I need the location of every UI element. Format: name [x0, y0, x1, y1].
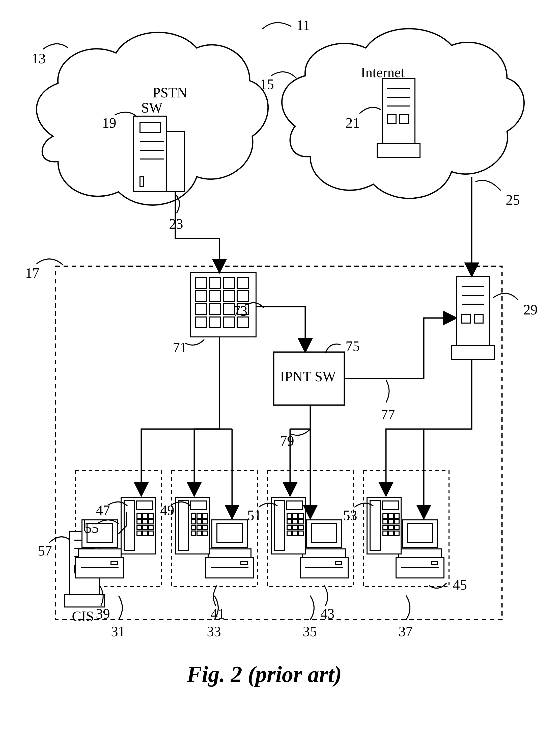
ref-77: 77 [381, 406, 395, 422]
svg-rect-75 [137, 520, 142, 524]
svg-rect-104 [299, 514, 303, 518]
svg-rect-29 [223, 317, 235, 328]
svg-rect-73 [143, 514, 147, 518]
svg-rect-128 [395, 531, 399, 536]
svg-rect-103 [293, 514, 297, 518]
svg-rect-23 [195, 304, 207, 315]
svg-rect-88 [197, 514, 202, 518]
svg-rect-68 [431, 561, 438, 564]
svg-rect-6 [140, 177, 144, 187]
svg-rect-24 [209, 304, 221, 315]
cis-label: CIS [72, 608, 94, 624]
svg-rect-52 [217, 524, 242, 543]
pc-41 [206, 520, 253, 578]
svg-rect-47 [78, 549, 121, 558]
svg-rect-125 [395, 525, 399, 530]
svg-rect-36 [462, 314, 470, 323]
ref-73: 73 [233, 303, 247, 319]
svg-rect-87 [191, 514, 196, 518]
svg-rect-72 [137, 514, 142, 518]
svg-rect-97 [197, 531, 202, 536]
ref-55: 55 [84, 520, 99, 536]
svg-rect-21 [223, 291, 235, 301]
svg-rect-109 [293, 525, 297, 530]
svg-rect-27 [195, 317, 207, 328]
ref-41: 41 [211, 606, 225, 622]
ref-35: 35 [303, 623, 317, 639]
ref-17: 17 [25, 265, 39, 281]
ref-75: 75 [345, 338, 360, 354]
ref-33: 33 [207, 623, 221, 639]
svg-rect-101 [286, 501, 303, 510]
ref-15: 15 [260, 76, 274, 92]
svg-rect-105 [287, 520, 292, 524]
svg-rect-113 [299, 531, 303, 536]
svg-rect-53 [208, 549, 251, 558]
ref-13: 13 [31, 51, 46, 67]
svg-rect-117 [383, 514, 388, 518]
svg-rect-120 [383, 520, 388, 524]
svg-rect-64 [407, 524, 432, 543]
svg-rect-37 [474, 314, 483, 323]
svg-rect-20 [209, 291, 221, 301]
internet-label: Internet [361, 64, 405, 80]
svg-rect-122 [395, 520, 399, 524]
svg-rect-94 [197, 525, 202, 530]
ref-49: 49 [160, 502, 174, 518]
server-29 [452, 276, 494, 360]
svg-rect-79 [143, 525, 147, 530]
ref-29: 29 [524, 301, 538, 318]
svg-rect-123 [383, 525, 388, 530]
ref-51: 51 [247, 507, 261, 524]
svg-rect-82 [143, 531, 147, 536]
link-23-to-71 [175, 192, 220, 273]
svg-rect-121 [389, 520, 393, 524]
svg-rect-74 [149, 514, 153, 518]
svg-rect-115 [370, 500, 380, 551]
svg-rect-126 [383, 531, 388, 536]
svg-rect-76 [143, 520, 147, 524]
pc-39 [76, 520, 124, 578]
ref-79: 79 [280, 433, 294, 449]
svg-rect-112 [293, 531, 297, 536]
ref-21: 21 [345, 115, 360, 131]
ref-11: 11 [296, 17, 310, 33]
svg-rect-96 [191, 531, 196, 536]
link-29-to-53 [386, 360, 472, 496]
svg-rect-65 [399, 549, 442, 558]
svg-rect-111 [287, 531, 292, 536]
figure-caption: Fig. 2 (prior art) [187, 661, 342, 687]
svg-rect-110 [299, 525, 303, 530]
ref-53: 53 [343, 507, 357, 524]
svg-rect-93 [191, 525, 196, 530]
svg-rect-85 [178, 500, 188, 551]
ref-71: 71 [173, 339, 187, 356]
svg-rect-118 [389, 514, 393, 518]
svg-rect-13 [400, 115, 409, 124]
ref-57: 57 [38, 543, 52, 559]
svg-rect-62 [335, 561, 342, 564]
svg-rect-28 [209, 317, 221, 328]
svg-rect-86 [190, 501, 207, 510]
svg-rect-95 [203, 525, 207, 530]
svg-rect-108 [287, 525, 292, 530]
phone-49 [175, 497, 209, 554]
pstn-label: PSTN [153, 84, 187, 101]
svg-rect-107 [299, 520, 303, 524]
svg-rect-17 [223, 278, 235, 288]
svg-rect-25 [223, 304, 235, 315]
svg-rect-12 [387, 115, 396, 124]
svg-rect-39 [65, 594, 104, 607]
ref-19: 19 [102, 115, 116, 131]
svg-rect-2 [140, 122, 160, 133]
svg-rect-89 [203, 514, 207, 518]
link-73 [256, 307, 305, 352]
svg-rect-59 [303, 549, 345, 558]
svg-rect-50 [111, 561, 117, 564]
svg-rect-19 [195, 291, 207, 301]
svg-rect-78 [137, 525, 142, 530]
svg-rect-102 [287, 514, 292, 518]
ref-43: 43 [320, 606, 334, 622]
svg-rect-106 [293, 520, 297, 524]
svg-rect-58 [312, 524, 337, 543]
